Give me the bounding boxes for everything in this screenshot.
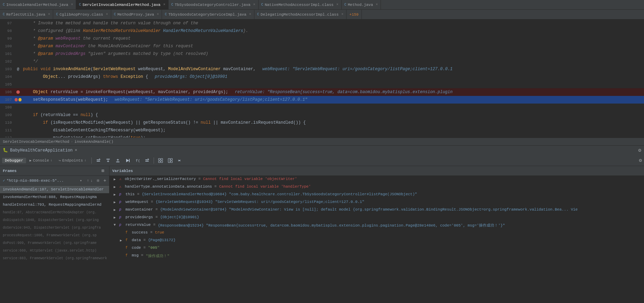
endpoints-tab-label: Endpoints <box>62 158 83 163</box>
close-icon[interactable]: × <box>341 13 343 16</box>
tab-debugger[interactable]: Debugger <box>2 158 26 163</box>
tab-InvocableHandlerMethod[interactable]: C InvocableHandlerMethod.java × <box>0 0 76 9</box>
java-file-icon: C <box>114 13 116 16</box>
variable-item[interactable]: ▶ ⚠ handlerType.annotationData.annotatio… <box>109 183 644 191</box>
evaluate-expression-button[interactable]: f(x) <box>133 156 142 165</box>
property-icon: p <box>119 193 124 196</box>
debug-icon: 🐛 <box>3 148 8 153</box>
close-icon[interactable]: × <box>48 13 50 16</box>
close-icon[interactable]: × <box>71 3 73 7</box>
var-toggle[interactable]: ▶ <box>114 215 118 220</box>
java-file-icon: C <box>344 3 347 7</box>
frame-item[interactable]: doDispatch:1040, DispatcherServlet (org.… <box>0 216 109 224</box>
frame-item[interactable]: service:883, FrameworkServlet (org.sprin… <box>0 254 109 262</box>
run-to-cursor-button[interactable] <box>123 156 132 165</box>
java-file-icon: C <box>3 13 5 16</box>
variable-item[interactable]: ▶ p webRequest = {ServletWebRequest@1034… <box>109 199 644 206</box>
code-line-108: 108 <box>0 104 644 111</box>
frame-item[interactable]: processRequest:1006, FrameworkServlet (o… <box>0 231 109 239</box>
code-line-104: 104 Object... providedArgs) throws Excep… <box>0 73 644 81</box>
java-file-icon: C <box>56 13 58 16</box>
tab-bar-top: C InvocableHandlerMethod.java × C Servle… <box>0 0 644 10</box>
tab-DelegatingMethodAccessorImpl[interactable]: C DelegatingMethodAccessorImpl.class × <box>254 10 347 19</box>
tab-ServletInvocableHandlerMethod[interactable]: C ServletInvocableHandlerMethod.java × <box>76 0 168 9</box>
tab-endpoints[interactable]: ↪ Endpoints ↓ <box>56 158 89 163</box>
code-line-102: 102 */ <box>0 58 644 65</box>
settings-icon[interactable]: ⚙ <box>639 157 642 163</box>
tab-NativeMethodAccessorImpl[interactable]: C NativeMethodAccessorImpl.class × <box>259 0 342 9</box>
code-line-107: 107 setResponseStatus(webRequest); webRe… <box>0 96 644 104</box>
var-toggle <box>120 246 124 250</box>
tab-CglibAopProxy[interactable]: C CglibAopProxy.class × <box>53 10 111 19</box>
variable-item[interactable]: ▶ p this = {ServletInvocableHandlerMetho… <box>109 191 644 199</box>
frame-item[interactable]: handle:87, AbstractHandlerMethodAdapter … <box>0 208 109 216</box>
maximize-panel-button[interactable] <box>176 156 185 165</box>
step-over-button[interactable] <box>94 156 103 165</box>
tab-ReflectUtils[interactable]: C ReflectUtils.java × <box>0 10 53 19</box>
var-toggle[interactable]: ▼ <box>114 223 118 227</box>
frame-list: invokeAndHandle:107, ServletInvocableHan… <box>0 186 109 303</box>
frames-add-button[interactable]: + <box>104 178 106 183</box>
close-icon[interactable]: × <box>376 3 378 7</box>
field-icon: f <box>125 246 130 250</box>
breakpoint-dot <box>15 98 18 101</box>
java-file-icon-active: C <box>79 3 81 7</box>
frame-item[interactable]: invokeAndHandle:107, ServletInvocableHan… <box>0 186 109 193</box>
step-out-button[interactable] <box>113 156 122 165</box>
close-icon[interactable]: × <box>157 13 159 16</box>
settings-icon[interactable]: ⚙ <box>638 147 641 153</box>
variable-item[interactable]: ▶ ⚠ objectWriter._serializerFactory = Ca… <box>109 176 644 183</box>
variable-item[interactable]: ▶ p mavContainer = {ModelAndViewContaine… <box>109 206 644 214</box>
close-icon[interactable]: × <box>106 13 108 16</box>
code-editor: 97 * Invoke the method and handle the re… <box>0 19 644 138</box>
variable-item[interactable]: f code = "005" <box>109 245 644 252</box>
var-toggle[interactable]: ▶ <box>114 193 118 197</box>
variables-panel-header: Variables <box>109 166 644 176</box>
var-toggle <box>120 254 124 257</box>
frame-item[interactable]: service:660, HttpServlet (javax.servlet.… <box>0 247 109 254</box>
close-icon[interactable]: × <box>163 3 165 7</box>
tab-TbSysGoodsCategoryController[interactable]: C TbSysGoodsCategoryController.java × <box>169 0 259 9</box>
layout-settings-button[interactable] <box>166 156 175 165</box>
thread-dropdown-arrow[interactable]: ▾ <box>80 179 82 183</box>
var-toggle[interactable]: ▶ <box>114 200 118 204</box>
close-icon[interactable]: × <box>253 3 255 7</box>
debugger-tab-label: Debugger <box>5 158 23 163</box>
frames-filter-button[interactable]: ⊟ <box>97 178 99 183</box>
force-step-over-button[interactable] <box>142 156 152 165</box>
frames-up-button[interactable]: ↑ <box>87 179 89 183</box>
var-toggle[interactable]: ▶ <box>114 177 118 181</box>
close-icon[interactable]: × <box>336 3 339 7</box>
svg-rect-3 <box>116 162 120 162</box>
tab-TbSysGoodsCategoryServiceImpl[interactable]: C TbSysGoodsCategoryServiceImpl.java × <box>162 10 254 19</box>
restore-layout-button[interactable] <box>156 156 165 165</box>
frame-item[interactable]: doService:943, DispatcherServlet (org.sp… <box>0 224 109 231</box>
tab-MethodProxy[interactable]: C MethodProxy.java × <box>111 10 162 19</box>
bottom-panels: Frames ⊞ ✓ *http-nio-8086-exec-5*... ▾ ↑… <box>0 166 644 303</box>
variable-item[interactable]: f success = true <box>109 229 644 237</box>
var-toggle[interactable]: ▶ <box>114 208 118 212</box>
tab-console[interactable]: ▶ Console ↓ <box>27 158 55 163</box>
close-icon[interactable]: × <box>249 13 251 16</box>
error-icon: ⚠ <box>119 185 123 189</box>
tab-more[interactable]: +159 <box>347 10 361 19</box>
warning-dot <box>18 98 22 101</box>
frames-down-button[interactable]: ↓ <box>90 179 93 183</box>
code-line-103: 103 @ public void invokeAndHandle(Servle… <box>0 65 644 73</box>
frame-item[interactable]: handleInternal:793, RequestMappingHandle… <box>0 201 109 208</box>
svg-rect-13 <box>171 158 172 160</box>
var-toggle[interactable]: ▶ <box>120 238 124 243</box>
frames-options[interactable]: ⊞ <box>99 167 106 174</box>
frame-item[interactable]: invokeHandlerMethod:888, RequestMappingH… <box>0 193 109 201</box>
variable-item[interactable]: ▼ p returnValue = {ResponseBean@15234} "… <box>109 222 644 229</box>
variable-item[interactable]: f msg = "操作成功！" <box>109 252 644 260</box>
variable-item[interactable]: ▶ f data = {Page@13172} <box>109 237 644 245</box>
frame-item[interactable]: doPost:909, FrameworkServlet (org.spring… <box>0 239 109 247</box>
step-into-button[interactable] <box>104 156 113 165</box>
code-line-112: 112 mavContainer.setRequestHandled(true)… <box>0 134 644 138</box>
var-toggle[interactable]: ▶ <box>114 185 118 189</box>
console-tab-label: Console <box>33 158 49 163</box>
variable-item[interactable]: ▶ p providedArgs = {Object[0]@10901} <box>109 214 644 222</box>
close-debug-session[interactable]: × <box>75 148 77 153</box>
tab-Method[interactable]: C Method.java × <box>342 0 381 9</box>
